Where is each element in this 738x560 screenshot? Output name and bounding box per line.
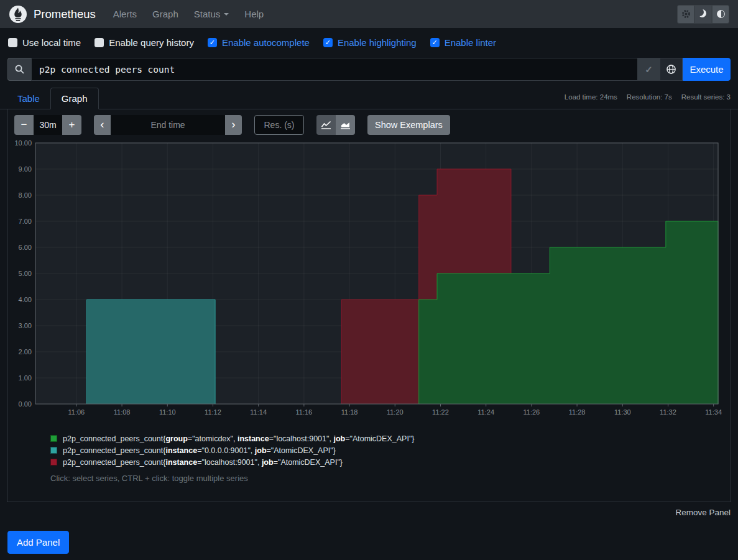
y-tick-label: 7.00 (19, 218, 32, 225)
option-label-enable-autocomplete: Enable autocomplete (222, 37, 310, 48)
resolution-input[interactable] (254, 115, 304, 135)
query-input-group: ✓ Execute (7, 58, 731, 81)
option-enable-autocomplete[interactable]: ✓Enable autocomplete (208, 37, 310, 48)
checkbox-use-local-time[interactable] (8, 38, 17, 47)
checkbox-enable-query-history[interactable] (95, 38, 104, 47)
show-exemplars-button[interactable]: Show Exemplars (367, 115, 450, 135)
chart-legend: p2p_connected_peers_count{group="atomicd… (50, 433, 724, 468)
y-tick-label: 0.00 (19, 400, 32, 408)
checkbox-enable-linter[interactable]: ✓ (430, 38, 440, 47)
moon-shape (699, 9, 704, 16)
x-tick-label: 11:26 (524, 408, 540, 416)
query-valid-check-button[interactable]: ✓ (638, 58, 660, 81)
remove-panel-link[interactable]: Remove Panel (675, 508, 731, 517)
legend-label-2: p2p_connected_peers_count{instance="loca… (63, 458, 343, 467)
theme-button-group (677, 5, 729, 24)
chevron-left-icon: ‹ (100, 117, 104, 131)
nav-item-graph[interactable]: Graph (152, 9, 178, 19)
end-time-control: ‹ › (94, 115, 242, 135)
metrics-explorer-button[interactable] (660, 58, 683, 81)
gear-icon (681, 9, 691, 19)
legend-swatch-0 (50, 435, 57, 442)
option-enable-highlighting[interactable]: ✓Enable highlighting (323, 37, 417, 48)
nav-item-status[interactable]: Status (194, 9, 229, 19)
chevron-right-icon: › (231, 117, 235, 131)
x-tick-label: 11:16 (296, 408, 313, 416)
theme-auto-button[interactable] (712, 5, 729, 24)
y-tick-label: 1.00 (19, 374, 32, 382)
chevron-down-icon (224, 13, 229, 18)
search-icon (14, 64, 25, 75)
nav-links: AlertsGraphStatusHelp (113, 9, 264, 19)
end-time-input[interactable] (111, 115, 225, 135)
line-chart-toggle-button[interactable] (316, 115, 336, 135)
y-tick-label: 4.00 (19, 296, 32, 303)
legend-swatch-1 (50, 447, 57, 454)
option-enable-linter[interactable]: ✓Enable linter (430, 37, 496, 48)
globe-icon (666, 64, 676, 75)
nav-item-help[interactable]: Help (244, 9, 264, 19)
nav-item-alerts[interactable]: Alerts (113, 9, 137, 19)
stat-1: Resolution: 7s (627, 93, 672, 101)
prometheus-logo-icon (9, 5, 27, 24)
tab-table[interactable]: Table (7, 88, 50, 109)
contrast-icon (717, 10, 725, 18)
navbar: Prometheus AlertsGraphStatusHelp (0, 0, 738, 28)
x-tick-label: 11:24 (477, 408, 494, 416)
range-decrease-button[interactable]: − (14, 115, 34, 135)
range-control: − + (14, 115, 81, 135)
y-tick-label: 2.00 (19, 348, 32, 356)
checkbox-enable-autocomplete[interactable]: ✓ (208, 38, 217, 47)
range-input[interactable] (34, 115, 62, 135)
y-tick-label: 8.00 (19, 191, 32, 199)
line-chart-icon (321, 121, 331, 129)
x-tick-label: 11:22 (432, 408, 449, 416)
stat-2: Result series: 3 (681, 93, 731, 101)
stacked-chart-toggle-button[interactable] (336, 115, 355, 135)
query-expression-input[interactable] (31, 58, 638, 81)
x-tick-label: 11:32 (660, 408, 676, 416)
checkbox-enable-highlighting[interactable]: ✓ (323, 38, 333, 47)
x-tick-label: 11:34 (705, 408, 722, 416)
legend-hint: Click: select series, CTRL + click: togg… (50, 474, 724, 483)
legend-label-0: p2p_connected_peers_count{group="atomicd… (63, 434, 415, 443)
area-chart-icon (340, 121, 351, 129)
x-tick-label: 11:28 (569, 408, 586, 416)
option-enable-query-history[interactable]: Enable query history (95, 37, 194, 48)
x-tick-label: 11:12 (205, 408, 221, 416)
brand-label: Prometheus (34, 7, 96, 21)
chart-type-toggle (316, 115, 355, 135)
x-tick-label: 11:08 (114, 408, 131, 416)
execute-button[interactable]: Execute (683, 58, 731, 81)
y-tick-label: 3.00 (19, 322, 32, 329)
option-use-local-time[interactable]: Use local time (8, 37, 81, 48)
options-row: Use local timeEnable query history✓Enabl… (0, 28, 738, 53)
remove-panel-row: Remove Panel (7, 507, 731, 517)
y-tick-label: 6.00 (19, 244, 32, 251)
y-tick-label: 5.00 (19, 270, 32, 277)
x-tick-label: 11:30 (614, 408, 631, 416)
tab-graph[interactable]: Graph (50, 88, 99, 109)
tabs-row: TableGraphLoad time: 24msResolution: 7sR… (0, 88, 738, 109)
query-stats: Load time: 24msResolution: 7sResult seri… (565, 93, 731, 101)
x-tick-label: 11:14 (250, 408, 267, 416)
theme-dark-button[interactable] (694, 5, 712, 24)
graph-controls: − + ‹ › Show Exemplars (14, 115, 724, 135)
time-forward-button[interactable]: › (225, 115, 242, 135)
option-label-enable-query-history: Enable query history (109, 37, 194, 48)
add-panel-button[interactable]: Add Panel (7, 531, 69, 554)
legend-label-1: p2p_connected_peers_count{instance="0.0.… (63, 446, 336, 455)
y-tick-label: 10.00 (14, 139, 32, 147)
range-increase-button[interactable]: + (62, 115, 81, 135)
legend-item-0[interactable]: p2p_connected_peers_count{group="atomicd… (50, 433, 724, 444)
legend-swatch-2 (50, 459, 57, 466)
settings-button[interactable] (677, 5, 694, 24)
y-tick-label: 9.00 (19, 165, 32, 173)
brand[interactable]: Prometheus (9, 5, 96, 24)
time-back-button[interactable]: ‹ (94, 115, 111, 135)
x-tick-label: 11:10 (159, 408, 176, 416)
option-label-enable-linter: Enable linter (445, 37, 496, 48)
time-series-chart[interactable]: 0.001.002.003.004.005.006.007.008.009.00… (14, 139, 723, 416)
legend-item-1[interactable]: p2p_connected_peers_count{instance="0.0.… (50, 444, 724, 456)
legend-item-2[interactable]: p2p_connected_peers_count{instance="loca… (50, 456, 724, 468)
